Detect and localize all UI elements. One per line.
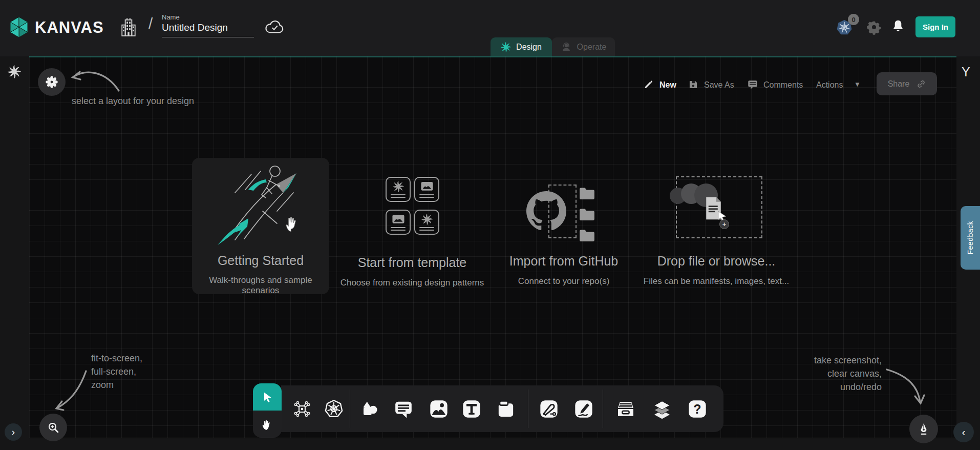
template-tile xyxy=(386,210,411,235)
card-title: Start from template xyxy=(335,255,489,270)
expand-right-panel-button[interactable]: ‹ xyxy=(953,422,974,442)
hand-icon xyxy=(261,417,274,431)
save-as-button[interactable]: Save As xyxy=(704,79,734,91)
toolbar-divider xyxy=(603,390,603,428)
text-tool[interactable] xyxy=(461,385,482,432)
zoom-annotation: fit-to-screen, full-screen, zoom xyxy=(91,352,142,392)
folder-icon xyxy=(578,186,598,201)
sticky-note-tool[interactable] xyxy=(496,385,516,432)
feedback-label: Feedback xyxy=(966,221,974,254)
feedback-tab[interactable]: Feedback xyxy=(961,206,980,270)
rocket-sketch xyxy=(211,161,312,249)
canvas-bottom-border xyxy=(29,438,956,438)
layout-flower-icon xyxy=(45,75,58,89)
comments-button[interactable]: Comments xyxy=(763,79,803,91)
pan-tool[interactable] xyxy=(253,411,282,438)
expand-left-panel-button[interactable]: › xyxy=(5,423,22,441)
help-tool[interactable]: ? xyxy=(687,385,708,432)
save-as-icon[interactable] xyxy=(688,79,698,90)
kubernetes-tool[interactable] xyxy=(324,385,344,432)
template-tile xyxy=(414,210,439,235)
tab-design[interactable]: Design xyxy=(491,37,552,56)
card-title: Drop file or browse... xyxy=(640,254,793,269)
magnifier-plus-icon xyxy=(47,421,60,435)
actions-caret-icon[interactable]: ▼ xyxy=(854,80,861,88)
card-subtitle: Choose from existing design patterns xyxy=(330,278,494,288)
kanvas-app: KANVAS / Name xyxy=(0,0,980,450)
operate-headset-icon xyxy=(561,42,572,53)
share-button[interactable]: Share xyxy=(877,72,937,95)
sign-in-button[interactable]: Sign In xyxy=(915,16,955,37)
card-getting-started[interactable]: Getting Started Walk-throughs and sample… xyxy=(192,158,329,294)
name-label: Name xyxy=(162,13,254,21)
spiral-icon xyxy=(393,181,404,192)
comment-tool[interactable] xyxy=(394,385,413,432)
breadcrumb-separator: / xyxy=(148,15,153,32)
design-name-group: Name xyxy=(162,13,254,37)
zoom-controls-button[interactable] xyxy=(39,414,67,441)
github-icon xyxy=(526,191,566,231)
new-button[interactable]: New xyxy=(659,79,676,91)
layers-tool[interactable] xyxy=(652,385,672,432)
design-spiral-icon xyxy=(501,42,511,52)
plus-badge-icon: + xyxy=(719,219,729,229)
new-pencil-icon[interactable] xyxy=(643,79,654,90)
tab-operate[interactable]: Operate xyxy=(552,37,615,56)
component-chip-tool[interactable] xyxy=(292,385,312,432)
layout-select-button[interactable] xyxy=(38,68,66,96)
hand-pointer-cursor xyxy=(284,213,301,234)
template-tile xyxy=(386,177,411,202)
tab-operate-label: Operate xyxy=(577,43,607,52)
toolbar-divider xyxy=(350,390,350,428)
cloud-sync-icon xyxy=(264,19,286,34)
card-subtitle: Files can be manifests, images, text... xyxy=(634,276,798,287)
folder-icon xyxy=(578,207,598,222)
cluster-count-badge[interactable]: 0 xyxy=(848,14,859,25)
gear-icon[interactable] xyxy=(866,19,882,35)
image-tool[interactable] xyxy=(429,385,449,432)
toolbar-divider xyxy=(528,390,528,428)
layout-annotation: select a layout for your design xyxy=(72,94,194,108)
org-building-icon xyxy=(120,16,137,38)
share-label: Share xyxy=(888,79,910,89)
spiral-icon xyxy=(421,214,433,225)
archive-tool[interactable] xyxy=(615,385,636,432)
card-title: Import from GitHub xyxy=(487,254,641,269)
svg-text:?: ? xyxy=(693,401,701,416)
pen-nib-icon xyxy=(917,422,931,436)
folder-icon xyxy=(578,228,598,243)
comments-icon[interactable] xyxy=(747,79,758,90)
sidebar-spiral-icon xyxy=(8,65,21,78)
top-header: KANVAS / Name xyxy=(0,0,980,56)
cursor-arrow-icon xyxy=(261,391,274,404)
card-subtitle: Walk-throughs and sample scenarios xyxy=(192,275,329,296)
card-title: Getting Started xyxy=(192,253,329,268)
image-icon xyxy=(420,181,434,192)
template-tile xyxy=(414,177,439,202)
shapes-tool[interactable] xyxy=(360,385,379,432)
image-icon xyxy=(392,214,405,225)
bell-icon[interactable] xyxy=(891,18,905,35)
canvas-top-accent xyxy=(29,56,956,57)
share-link-icon xyxy=(917,79,926,89)
right-panel-toggle[interactable]: Y xyxy=(962,65,970,79)
pencil-tool[interactable] xyxy=(573,385,594,432)
select-pan-block xyxy=(253,383,282,438)
actions-annotation: take screenshot, clear canvas, undo/redo xyxy=(742,354,882,394)
card-subtitle: Connect to your repo(s) xyxy=(487,276,641,287)
brand-name: KANVAS xyxy=(35,18,104,37)
design-name-input[interactable] xyxy=(162,21,254,37)
actions-dropdown[interactable]: Actions xyxy=(816,79,843,91)
tab-design-label: Design xyxy=(516,43,542,52)
select-tool[interactable] xyxy=(253,383,282,411)
draw-actions-button[interactable] xyxy=(909,415,938,443)
kanvas-logo-icon xyxy=(7,15,31,39)
pen-tool[interactable] xyxy=(539,385,559,432)
